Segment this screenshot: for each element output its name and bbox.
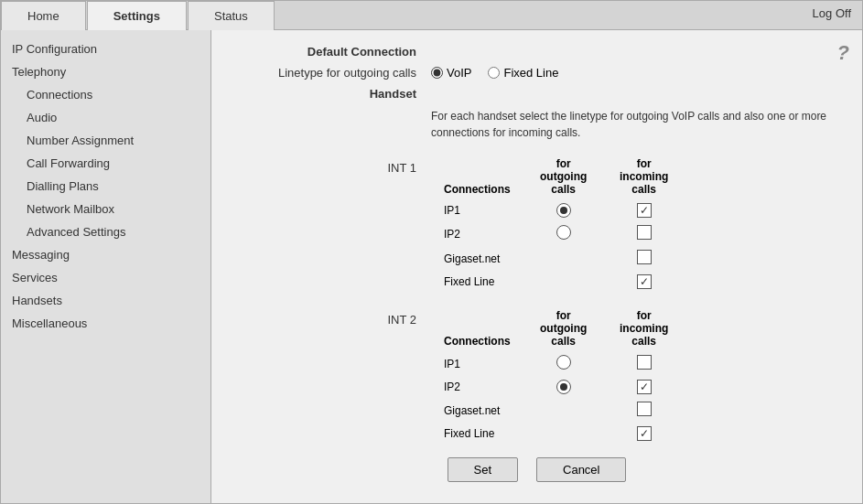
sidebar-item-connections[interactable]: Connections [1,83,210,106]
sidebar-item-services[interactable]: Services [1,266,210,289]
content-area: ? Default Connection Linetype for outgoi… [211,30,862,503]
sidebar-group-telephony[interactable]: Telephony [1,60,210,83]
row-name: Gigaset.net [431,246,523,271]
incoming-header: for incoming calls [604,154,685,199]
incoming-header: for incoming calls [604,306,685,351]
row-name: IP2 [431,376,523,398]
sidebar-item-messaging[interactable]: Messaging [1,243,210,266]
row-name: IP1 [431,351,523,376]
connections-header: Connections [431,154,523,199]
table-row: Gigaset.net [431,246,685,271]
outgoing-radio-cell [523,246,604,271]
outgoing-radio-cell[interactable] [523,376,604,398]
outgoing-radio-cell [523,271,604,293]
outgoing-radio-ip1[interactable] [556,203,571,218]
linetype-radio-group: VoIP Fixed Line [431,66,558,80]
button-row: Set Cancel [230,457,844,482]
tab-settings[interactable]: Settings [87,1,187,30]
incoming-check-gigaset[interactable] [637,250,652,264]
int2-section: INT 2 Connections for outgoing calls for… [230,306,844,445]
set-button[interactable]: Set [448,457,519,482]
linetype-row: Linetype for outgoing calls VoIP Fixed L… [230,66,844,80]
outgoing-radio-ip2-int2[interactable] [556,380,571,394]
outgoing-radio-cell[interactable] [523,199,604,221]
int1-label: INT 1 [230,154,431,293]
handset-row: Handset [230,87,844,101]
int1-section: INT 1 Connections for outgoing calls for… [230,154,844,293]
tab-home[interactable]: Home [1,1,86,30]
fixed-line-label: Fixed Line [503,66,558,80]
handset-label: Handset [230,87,431,101]
incoming-check-cell[interactable] [604,246,685,271]
incoming-check-cell[interactable] [604,221,685,246]
main-area: IP Configuration Telephony Connections A… [1,30,862,503]
row-name: Gigaset.net [431,398,523,423]
fixed-line-option[interactable]: Fixed Line [488,66,558,80]
outgoing-radio-cell [523,398,604,423]
outgoing-header: for outgoing calls [523,154,604,199]
table-row: IP1 [431,351,685,376]
voip-label: VoIP [447,66,471,80]
table-row: IP2 [431,221,685,246]
incoming-check-fixedline[interactable] [637,274,652,289]
fixed-line-radio[interactable] [488,67,500,79]
sidebar-item-audio[interactable]: Audio [1,106,210,129]
table-row: Fixed Line [431,423,685,445]
int2-label: INT 2 [230,306,431,445]
row-name: IP1 [431,199,523,221]
linetype-label: Linetype for outgoing calls [230,66,431,80]
sidebar-item-number-assignment[interactable]: Number Assignment [1,129,210,152]
table-row: Fixed Line [431,271,685,293]
incoming-check-ip1-int2[interactable] [637,355,652,370]
outgoing-radio-ip2[interactable] [556,225,571,240]
incoming-check-fixedline-int2[interactable] [637,426,652,441]
incoming-check-gigaset-int2[interactable] [637,402,652,416]
outgoing-radio-ip1-int2[interactable] [556,355,571,370]
incoming-check-cell[interactable] [604,271,685,293]
sidebar-item-call-forwarding[interactable]: Call Forwarding [1,152,210,175]
incoming-check-cell[interactable] [604,351,685,376]
incoming-check-ip2-int2[interactable] [637,380,652,394]
row-name: Fixed Line [431,423,523,445]
outgoing-radio-cell [523,423,604,445]
row-name: IP2 [431,221,523,246]
cancel-button[interactable]: Cancel [536,457,626,482]
row-name: Fixed Line [431,271,523,293]
default-connection-row: Default Connection [230,45,844,59]
int1-table: Connections for outgoing calls for incom… [431,154,685,293]
voip-option[interactable]: VoIP [431,66,471,80]
sidebar-item-network-mailbox[interactable]: Network Mailbox [1,198,210,220]
incoming-check-cell[interactable] [604,423,685,445]
sidebar-item-ip-configuration[interactable]: IP Configuration [1,38,210,60]
sidebar-item-advanced-settings[interactable]: Advanced Settings [1,220,210,243]
int2-table: Connections for outgoing calls for incom… [431,306,685,445]
incoming-check-cell[interactable] [604,398,685,423]
tab-status[interactable]: Status [188,1,275,30]
incoming-check-ip1[interactable] [637,203,652,218]
table-row: IP2 [431,376,685,398]
top-bar: Home Settings Status Log Off [1,1,862,30]
outgoing-radio-cell[interactable] [523,351,604,376]
incoming-check-cell[interactable] [604,376,685,398]
voip-radio[interactable] [431,67,443,79]
sidebar-item-handsets[interactable]: Handsets [1,289,210,312]
incoming-check-ip2[interactable] [637,225,652,240]
logoff-button[interactable]: Log Off [813,6,851,20]
connections-header: Connections [431,306,523,351]
sidebar-item-dialling-plans[interactable]: Dialling Plans [1,175,210,198]
help-icon[interactable]: ? [837,41,849,65]
sidebar: IP Configuration Telephony Connections A… [1,30,211,503]
default-connection-label: Default Connection [230,45,431,59]
description-text: For each handset select the linetype for… [431,108,844,141]
sidebar-item-miscellaneous[interactable]: Miscellaneous [1,312,210,335]
table-row: Gigaset.net [431,398,685,423]
outgoing-radio-cell[interactable] [523,221,604,246]
table-row: IP1 [431,199,685,221]
outgoing-header: for outgoing calls [523,306,604,351]
incoming-check-cell[interactable] [604,199,685,221]
